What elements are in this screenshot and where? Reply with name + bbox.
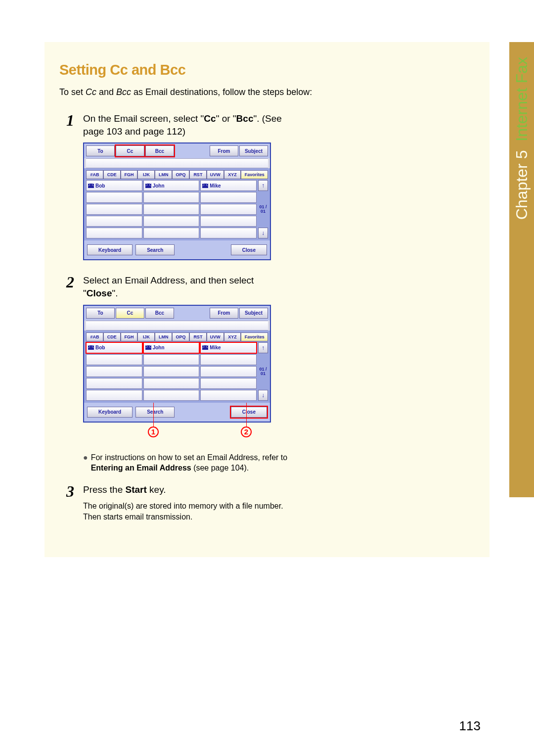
address-cell-empty[interactable] <box>200 390 257 401</box>
address-cell-empty[interactable] <box>86 192 142 203</box>
scroll-down-button[interactable]: ↓ <box>258 228 268 238</box>
alpha-cde[interactable]: CDE <box>103 170 121 179</box>
email-screen-panel-2: To Cc Bcc From Subject #AB CDE FGH IJK L… <box>83 305 271 423</box>
alpha-ijk[interactable]: IJK <box>137 170 155 179</box>
callout-circle-2: 2 <box>241 426 252 437</box>
scroll-down-button[interactable]: ↓ <box>258 390 268 401</box>
address-cell-empty[interactable] <box>86 354 142 365</box>
alpha-fgh[interactable]: FGH <box>121 170 138 179</box>
address-cell-empty[interactable] <box>143 228 200 238</box>
alpha-favorites[interactable]: Favorites <box>241 332 268 341</box>
alpha-xyz[interactable]: XYZ <box>224 332 241 341</box>
tab-bcc[interactable]: Bcc <box>145 308 174 319</box>
page-indicator: 01 / 01 <box>258 354 268 389</box>
alpha-filter-row: #AB CDE FGH IJK LMN OPQ RST UVW XYZ Favo… <box>84 331 270 342</box>
address-cell-empty[interactable] <box>200 354 257 365</box>
alpha-uvw[interactable]: UVW <box>207 332 224 341</box>
callout-labels: 1 2 <box>83 423 271 452</box>
address-cell-mike[interactable]: Mike <box>200 342 257 353</box>
step-2-number: 2 <box>59 274 74 480</box>
tab-subject[interactable]: Subject <box>239 308 268 319</box>
step-1-number: 1 <box>59 112 74 271</box>
close-button[interactable]: Close <box>231 244 267 255</box>
alpha-lmn[interactable]: LMN <box>155 170 172 179</box>
keyboard-button[interactable]: Keyboard <box>87 244 133 255</box>
scroll-column: ↑ 01 / 01 ↓ <box>258 180 268 238</box>
tab-cc[interactable]: Cc <box>116 308 144 319</box>
alpha-ab[interactable]: #AB <box>86 170 103 179</box>
alpha-opq[interactable]: OPQ <box>172 170 189 179</box>
alpha-uvw[interactable]: UVW <box>207 170 224 179</box>
callout-line-1 <box>153 403 154 426</box>
address-cell-empty[interactable] <box>86 366 142 377</box>
panel-footer: Keyboard Search Close <box>84 403 270 422</box>
address-cell-empty[interactable] <box>86 390 142 401</box>
address-cell-empty[interactable] <box>143 204 200 215</box>
mail-icon <box>88 345 94 350</box>
scroll-up-button[interactable]: ↑ <box>258 180 268 191</box>
step-1: 1 On the Email screen, select "Cc" or "B… <box>59 112 465 271</box>
address-cell-empty[interactable] <box>86 378 142 389</box>
panel-tabs: To Cc Bcc From Subject <box>84 143 270 158</box>
address-cell-empty[interactable] <box>143 390 200 401</box>
address-cell-empty[interactable] <box>200 192 257 203</box>
address-cell-empty[interactable] <box>86 204 142 215</box>
close-button[interactable]: Close <box>231 407 267 418</box>
tab-subject[interactable]: Subject <box>239 145 268 156</box>
alpha-cde[interactable]: CDE <box>103 332 121 341</box>
email-screen-panel-1: To Cc Bcc From Subject #AB CDE FGH IJK L… <box>83 142 271 260</box>
step-3-subtext: The original(s) are stored into memory w… <box>83 501 291 522</box>
address-cell-mike[interactable]: Mike <box>200 180 257 191</box>
alpha-ab[interactable]: #AB <box>86 332 103 341</box>
address-cell-empty[interactable] <box>143 354 200 365</box>
address-cell-empty[interactable] <box>86 228 142 238</box>
address-cell-empty[interactable] <box>143 192 200 203</box>
page-content: Setting Cc and Bcc To set Cc and Bcc as … <box>44 42 490 557</box>
address-cell-john[interactable]: John <box>143 180 200 191</box>
tab-cc[interactable]: Cc <box>116 145 144 156</box>
chapter-number: Chapter 5 <box>513 150 531 220</box>
alpha-lmn[interactable]: LMN <box>155 332 172 341</box>
address-cell-john[interactable]: John <box>143 342 200 353</box>
tab-from[interactable]: From <box>210 145 238 156</box>
address-cell-bob[interactable]: Bob <box>86 342 142 353</box>
address-cell-empty[interactable] <box>200 228 257 238</box>
tab-bcc[interactable]: Bcc <box>145 145 174 156</box>
alpha-favorites[interactable]: Favorites <box>241 170 268 179</box>
panel-footer: Keyboard Search Close <box>84 240 270 259</box>
alpha-opq[interactable]: OPQ <box>172 332 189 341</box>
address-display <box>86 321 268 331</box>
alpha-fgh[interactable]: FGH <box>121 332 138 341</box>
address-cell-empty[interactable] <box>200 204 257 215</box>
address-cell-empty[interactable] <box>143 378 200 389</box>
address-cell-empty[interactable] <box>200 216 257 227</box>
mail-icon <box>202 345 208 350</box>
address-cell-empty[interactable] <box>86 216 142 227</box>
step-2: 2 Select an Email Address, and then sele… <box>59 274 465 480</box>
scroll-up-button[interactable]: ↑ <box>258 342 268 353</box>
alpha-xyz[interactable]: XYZ <box>224 170 241 179</box>
step-1-text: On the Email screen, select "Cc" or "Bcc… <box>83 112 291 138</box>
tab-to[interactable]: To <box>86 145 115 156</box>
alpha-rst[interactable]: RST <box>189 170 207 179</box>
address-grid: Bob John Mike <box>84 180 270 240</box>
tab-to[interactable]: To <box>86 308 115 319</box>
address-cell-empty[interactable] <box>143 216 200 227</box>
alpha-filter-row: #AB CDE FGH IJK LMN OPQ RST UVW XYZ Favo… <box>84 168 270 180</box>
alpha-ijk[interactable]: IJK <box>137 332 155 341</box>
intro-text: To set Cc and Bcc as Email destinations,… <box>59 87 465 97</box>
step-3-number: 3 <box>59 483 74 529</box>
callout-circle-1: 1 <box>148 426 159 437</box>
address-cell-empty[interactable] <box>200 366 257 377</box>
alpha-rst[interactable]: RST <box>189 332 207 341</box>
page-indicator: 01 / 01 <box>258 192 268 227</box>
tab-from[interactable]: From <box>210 308 238 319</box>
step-2-note: ● For instructions on how to set an Emai… <box>83 452 291 473</box>
address-cell-empty[interactable] <box>143 366 200 377</box>
search-button[interactable]: Search <box>135 407 175 418</box>
chapter-side-tab: Chapter 5 Internet Fax <box>509 42 534 497</box>
address-cell-bob[interactable]: Bob <box>86 180 142 191</box>
search-button[interactable]: Search <box>135 244 175 255</box>
address-cell-empty[interactable] <box>200 378 257 389</box>
keyboard-button[interactable]: Keyboard <box>87 407 133 418</box>
